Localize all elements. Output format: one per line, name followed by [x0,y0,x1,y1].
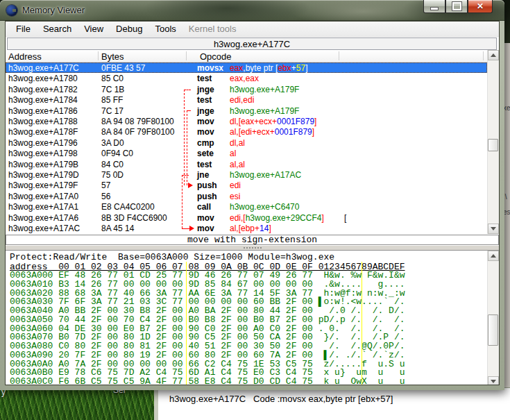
column-header-address[interactable]: Address [8,51,42,62]
menu-view[interactable]: View [78,22,110,35]
minimize-icon [430,7,439,10]
menu-tools[interactable]: Tools [148,22,182,35]
disasm-row[interactable]: h3wog.exe+A17963A D0cmpdl,al [6,137,487,148]
scrollbar-thumb[interactable] [488,314,498,346]
column-header-opcode[interactable]: Opcode [200,51,232,62]
instruction-address: h3wog.exe+A177C [8,63,79,73]
current-address: h3wog.exe+A177C [214,39,290,49]
cheat-engine-icon [6,5,17,16]
splitter-grip-icon [244,247,262,249]
instruction-bytes: 85 FF [101,95,123,105]
menu-debug[interactable]: Debug [110,22,148,35]
background-status-window: h3wog.exe+A177C Code :movsx eax,byte ptr… [154,387,510,420]
byte-group-separator [186,262,187,385]
address-bar[interactable]: h3wog.exe+A177C [7,37,497,50]
title-bar[interactable]: Memory Viewer ✕ [0,0,504,21]
disasm-row[interactable]: h3wog.exe+A17827C 1Bjngeh3wog.exe+A179F [6,84,487,94]
column-header-bytes[interactable]: Bytes [101,51,124,62]
instruction-bytes: 8A 84 0F 79F80100 [101,127,174,137]
instruction-description: move with sign-extension [6,235,499,245]
instruction-bytes: 85 C0 [101,74,124,83]
window-title: Memory Viewer [22,5,85,15]
disasm-row[interactable]: h3wog.exe+A179F57pushedi [6,180,487,190]
client-area: FileSearchViewDebugToolsKernel tools h3w… [5,21,500,385]
instruction-operands: h3wog.exe+C6470 [230,202,299,212]
scroll-up-button[interactable] [488,50,499,60]
scroll-down-button[interactable] [488,376,499,385]
disasm-row[interactable]: h3wog.exe+A17888A 94 08 79F80100movdl,[e… [6,116,487,126]
scroll-up-button[interactable] [488,251,499,261]
column-separator[interactable] [483,51,484,60]
instruction-mnemonic: call [197,202,211,212]
window-controls: ✕ [423,0,493,13]
instruction-bytes: 0FBE 43 57 [101,63,145,73]
menu-kernel-tools: Kernel tools [182,22,243,35]
disasm-row[interactable]: h3wog.exe+A179B84 C0testal,al [6,159,487,169]
instruction-operands: edi,[h3wog.exe+29CCF4] [230,213,324,223]
disasm-row[interactable]: h3wog.exe+A17A68B 3D F4CC6900movedi,[h3w… [6,212,487,223]
minimize-button[interactable] [423,0,445,13]
disasm-row[interactable]: h3wog.exe+A179D75 0Djneh3wog.exe+A17AC [6,169,487,180]
instruction-address: h3wog.exe+A17A0 [8,192,78,201]
instruction-address: h3wog.exe+A1796 [8,138,78,148]
disassembly-panel: Address Bytes Opcode [6,50,499,234]
desktop: y Ser xe :\ es h3wog.exe+A177C Code :mov… [0,0,510,420]
instruction-bytes: E8 CA4C0200 [101,202,155,212]
menu-search[interactable]: Search [37,22,78,35]
column-separator[interactable] [98,51,99,60]
hex-dump-panel: Protect:Read/Write Base=0063A000 Size=10… [6,250,499,385]
instruction-operands: dl,[eax+ecx+0001F879] [230,117,316,126]
hex-row[interactable]: 0063A0C0 F6 6B C5 75 C5 9A 4F 77 58 E8 C… [10,378,485,385]
column-separator[interactable] [186,51,187,60]
disasm-row[interactable]: h3wog.exe+A17A056pushesi [6,191,487,201]
disasm-row[interactable]: h3wog.exe+A17980F94 C0seteal [6,148,487,158]
disasm-row[interactable]: h3wog.exe+A17A1E8 CA4C0200callh3wog.exe+… [6,201,487,212]
scrollbar-thumb[interactable] [488,139,498,151]
instruction-bytes: 7C 1B [101,85,124,94]
disasm-row[interactable]: h3wog.exe+A177C0FBE 43 57movsxeax,byte p… [6,62,487,73]
window-frame: FileSearchViewDebugToolsKernel tools h3w… [5,21,500,385]
instruction-operands: h3wog.exe+A179F [230,106,299,116]
instruction-mnemonic: push [197,180,217,190]
instruction-operands: h3wog.exe+A179F [230,85,299,94]
instruction-bytes: 3A D0 [101,138,124,148]
menu-bar: FileSearchViewDebugToolsKernel tools [6,22,499,37]
maximize-icon [452,2,461,10]
instruction-bytes: 84 C0 [101,160,124,169]
hex-scrollbar[interactable] [487,251,499,385]
instruction-bytes: 7C 17 [101,106,124,116]
instruction-operands: h3wog.exe+A17AC [230,170,301,180]
disasm-row[interactable]: h3wog.exe+A17AC8A 45 14moval,[ebp+14] [6,223,487,233]
instruction-bytes: 57 [101,180,110,190]
instruction-mnemonic: mov [197,224,214,233]
scroll-down-button[interactable] [488,224,499,234]
instruction-mnemonic: sete [197,149,214,158]
disassembly-scrollbar[interactable] [487,50,499,234]
instruction-operands: eax,byte ptr [ebx+57] [230,63,307,73]
instruction-mnemonic: jnge [197,85,214,94]
instruction-mnemonic: test [197,160,212,169]
instruction-operands: al [230,149,236,158]
maximize-button[interactable] [445,0,468,13]
instruction-address: h3wog.exe+A1780 [8,74,78,83]
disasm-row[interactable]: h3wog.exe+A17867C 17jngeh3wog.exe+A179F [6,106,487,116]
close-button[interactable]: ✕ [468,0,493,13]
instruction-operands: al,al [230,160,245,169]
disasm-row[interactable]: h3wog.exe+A178085 C0testeax,eax [6,73,487,83]
scroll-up-icon [491,254,496,258]
instruction-operands: eax,eax [230,74,259,83]
disassembly-rows: h3wog.exe+A177C0FBE 43 57movsxeax,byte p… [6,62,487,234]
column-separator[interactable] [339,51,339,60]
disasm-row[interactable]: h3wog.exe+A178485 FFtestedi,edi [6,94,487,105]
instruction-bytes: 8B 3D F4CC6900 [101,213,167,223]
scroll-down-icon [491,227,496,230]
instruction-mnemonic: push [197,192,217,201]
disasm-row[interactable]: h3wog.exe+A178F8A 84 0F 79F80100moval,[e… [6,126,487,137]
instruction-address: h3wog.exe+A1798 [8,149,78,158]
instruction-comment: [ [344,213,346,223]
instruction-bytes: 8A 94 08 79F80100 [101,117,174,126]
memory-region-info: Protect:Read/Write Base=0063A000 Size=10… [10,252,334,262]
scroll-up-icon [491,53,496,57]
menu-file[interactable]: File [10,22,37,35]
instruction-mnemonic: jne [197,170,209,180]
